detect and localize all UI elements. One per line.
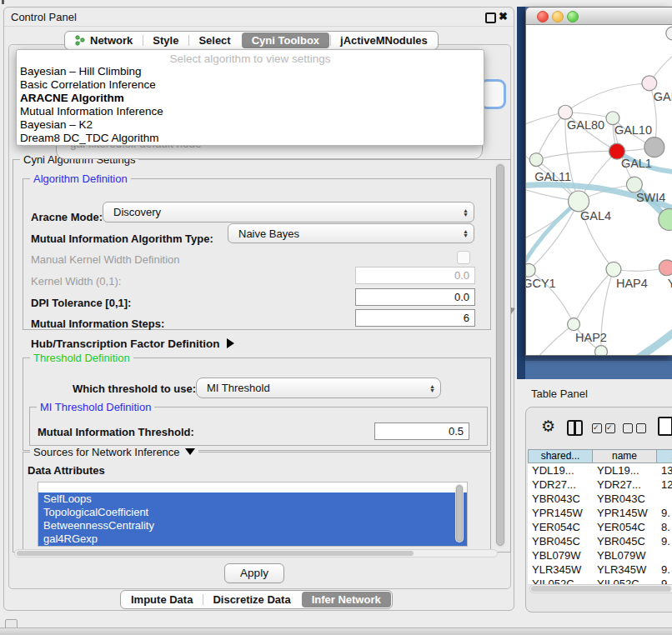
table-panel: Table Panel ⚙ shared...nameAYDL19...YDL1… — [517, 379, 672, 635]
tab-infer-network[interactable]: Infer Network — [302, 592, 391, 608]
table-cell: YIL052C — [528, 577, 593, 584]
checked-checkbox-icon[interactable] — [592, 423, 602, 433]
table-header-row: shared...nameA — [528, 449, 672, 463]
tab-cyni-toolbox[interactable]: Cyni Toolbox — [242, 32, 329, 48]
network-node-gray1[interactable] — [644, 138, 664, 158]
network-node-gal80[interactable] — [559, 105, 573, 119]
expanded-arrow-icon — [185, 448, 195, 455]
table-cell: YBR045C — [528, 534, 593, 548]
network-node-nB[interactable] — [595, 346, 608, 355]
network-node-gal4[interactable] — [569, 191, 589, 212]
algorithm-option-6[interactable]: Dream8 DC_TDC Algorithm — [20, 132, 479, 145]
table-row[interactable]: YBR045CYBR045C9. — [528, 534, 672, 548]
gear-icon[interactable]: ⚙ — [541, 418, 555, 434]
new-document-icon[interactable] — [658, 417, 672, 436]
table-row[interactable]: YBR043CYBR043C — [528, 492, 672, 506]
close-traffic-light-icon[interactable] — [537, 11, 549, 22]
node-table[interactable]: shared...nameAYDL19...YDL19...13YDR27...… — [528, 449, 672, 584]
network-canvas[interactable]: GALGAL80GAL10GAL1GAL11SWI4GAL4GCY1HAP4YH… — [526, 25, 672, 355]
network-edge[interactable] — [529, 201, 579, 270]
list-item[interactable]: SelfLoops — [38, 492, 467, 506]
network-edge[interactable] — [565, 83, 649, 112]
unchecked-checkbox-icon[interactable] — [623, 423, 633, 433]
settings-horizontal-scrollbar[interactable] — [14, 549, 498, 558]
table-cell: YPR145W — [528, 506, 593, 520]
column-header[interactable]: shared... — [528, 449, 593, 463]
network-node-nTR[interactable] — [666, 27, 672, 40]
column-header[interactable]: A — [657, 449, 672, 463]
zoom-traffic-light-icon[interactable] — [567, 11, 579, 22]
scrollbar-thumb[interactable] — [496, 164, 504, 546]
data-attributes-list[interactable]: SelfLoops TopologicalCoefficient Between… — [38, 482, 468, 547]
mi-steps-field[interactable]: 6 — [355, 309, 475, 327]
tab-network[interactable]: Network — [65, 32, 143, 49]
network-node-hap4[interactable] — [606, 262, 621, 277]
column-header[interactable]: name — [593, 449, 657, 463]
algorithm-option-4[interactable]: Mutual Information Inference — [20, 105, 479, 118]
table-row[interactable]: YPR145WYPR145W9. — [528, 506, 672, 520]
algorithm-option-2[interactable]: Basic Correlation Inference — [20, 78, 479, 92]
kernel-width-field[interactable]: 0.0 — [355, 267, 475, 284]
table-row[interactable]: YLR345WYLR345W9. — [528, 562, 672, 577]
table-row[interactable]: YDL19...YDL19...13 — [528, 463, 672, 478]
close-icon[interactable]: ✖ — [499, 10, 508, 22]
table-row[interactable]: YDR27...YDR27...12 — [528, 478, 672, 492]
network-node-label: SWI4 — [636, 191, 665, 204]
list-item[interactable]: BetweennessCentrality — [38, 519, 467, 532]
network-edge-thick[interactable] — [631, 329, 672, 355]
table-row[interactable]: YER054CYER054C8. — [528, 520, 672, 534]
scrollbar-thumb[interactable] — [456, 485, 463, 542]
list-item[interactable]: TopologicalCoefficient — [38, 506, 467, 519]
table-row[interactable]: YBL079WYBL079W — [528, 548, 672, 562]
network-node-hap2[interactable] — [568, 318, 580, 331]
mouse-cursor — [511, 308, 515, 314]
network-node-label: GAL10 — [614, 123, 652, 137]
mi-algorithm-type-combobox[interactable]: Naive Bayes — [228, 223, 474, 243]
algorithm-option-3[interactable]: ARACNE Algorithm — [20, 92, 479, 105]
apply-button[interactable]: Apply — [224, 563, 284, 583]
table-cell: 9. — [657, 534, 672, 548]
tab-impute-data[interactable]: Impute Data — [121, 591, 203, 608]
table-cell: 13 — [657, 463, 672, 478]
tab-jactivemnodules[interactable]: jActiveMNodules — [330, 32, 438, 49]
settings-vertical-scrollbar[interactable] — [495, 162, 505, 548]
table-cell: YDR27... — [528, 478, 593, 492]
table-toolbar: ⚙ — [526, 408, 672, 448]
network-node-salmon[interactable] — [659, 260, 672, 276]
list-vertical-scrollbar[interactable] — [455, 484, 464, 542]
table-row[interactable]: YIL052CYIL052C9. — [528, 577, 672, 584]
scrollbar-thumb[interactable] — [531, 586, 671, 592]
algorithm-option-1[interactable]: Bayesian – Hill Climbing — [20, 65, 479, 78]
unchecked-checkbox-icon[interactable] — [636, 423, 646, 433]
tab-style[interactable]: Style — [143, 32, 188, 49]
stepper-icon — [463, 229, 469, 238]
table-cell: YIL052C — [593, 577, 657, 584]
network-node-galX[interactable] — [642, 76, 657, 91]
tab-discretize-data[interactable]: Discretize Data — [203, 591, 300, 608]
tab-select[interactable]: Select — [188, 32, 240, 49]
float-window-icon[interactable] — [485, 12, 496, 23]
manual-kernel-width-checkbox[interactable] — [457, 251, 470, 264]
aracne-mode-combobox[interactable]: Discovery — [103, 202, 474, 222]
checked-checkbox-icon[interactable] — [605, 423, 615, 433]
algorithm-option-5[interactable]: Bayesian – K2 — [20, 118, 479, 132]
split-view-icon[interactable] — [567, 420, 583, 436]
network-edge[interactable] — [574, 269, 614, 324]
network-node-swi4[interactable] — [626, 177, 642, 192]
sources-toggle[interactable]: Sources for Network Inference — [30, 446, 198, 458]
network-edge[interactable] — [536, 151, 617, 159]
dpi-tolerance-label: DPI Tolerance [0,1]: — [31, 297, 131, 309]
network-node-gcy1[interactable] — [526, 263, 535, 277]
list-item[interactable]: gal4RGexp — [38, 532, 467, 546]
network-window-titlebar[interactable] — [526, 8, 672, 25]
scrollbar-thumb[interactable] — [17, 551, 414, 556]
network-edge[interactable] — [534, 324, 574, 355]
minimize-traffic-light-icon[interactable] — [552, 11, 564, 22]
table-horizontal-scrollbar[interactable] — [529, 584, 672, 593]
hub-definition-toggle[interactable]: Hub/Transcription Factor Definition — [31, 338, 234, 350]
which-threshold-combobox[interactable]: MI Threshold — [196, 378, 441, 398]
network-node-gal11[interactable] — [529, 153, 543, 167]
dpi-tolerance-field[interactable]: 0.0 — [355, 288, 475, 306]
network-edge[interactable] — [536, 112, 565, 160]
mi-threshold-field[interactable]: 0.5 — [374, 422, 469, 440]
